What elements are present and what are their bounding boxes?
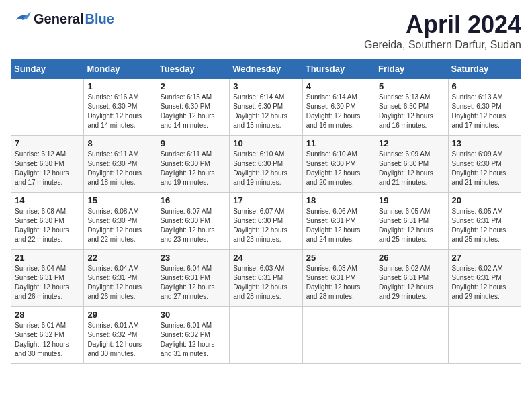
weekday-header-tuesday: Tuesday bbox=[157, 60, 229, 79]
calendar-cell: 6Sunrise: 6:13 AMSunset: 6:30 PMDaylight… bbox=[448, 79, 521, 136]
calendar-cell: 4Sunrise: 6:14 AMSunset: 6:30 PMDaylight… bbox=[302, 79, 375, 136]
calendar-cell: 2Sunrise: 6:15 AMSunset: 6:30 PMDaylight… bbox=[157, 79, 229, 136]
day-number: 24 bbox=[233, 253, 298, 263]
calendar-cell: 5Sunrise: 6:13 AMSunset: 6:30 PMDaylight… bbox=[375, 79, 448, 136]
calendar-cell: 27Sunrise: 6:02 AMSunset: 6:31 PMDayligh… bbox=[448, 250, 521, 307]
day-number: 15 bbox=[87, 195, 152, 205]
day-info: Sunrise: 6:10 AMSunset: 6:30 PMDaylight:… bbox=[233, 150, 298, 187]
day-info: Sunrise: 6:12 AMSunset: 6:30 PMDaylight:… bbox=[15, 150, 80, 187]
day-info: Sunrise: 6:04 AMSunset: 6:31 PMDaylight:… bbox=[87, 264, 152, 302]
calendar-cell: 25Sunrise: 6:03 AMSunset: 6:31 PMDayligh… bbox=[302, 250, 375, 307]
calendar-cell: 11Sunrise: 6:10 AMSunset: 6:30 PMDayligh… bbox=[302, 136, 375, 193]
week-row-3: 14Sunrise: 6:08 AMSunset: 6:30 PMDayligh… bbox=[11, 193, 521, 250]
day-number: 27 bbox=[452, 253, 517, 263]
day-info: Sunrise: 6:06 AMSunset: 6:31 PMDaylight:… bbox=[306, 207, 371, 244]
day-info: Sunrise: 6:10 AMSunset: 6:30 PMDaylight:… bbox=[306, 150, 371, 187]
day-number: 4 bbox=[306, 81, 371, 91]
day-number: 2 bbox=[161, 81, 226, 91]
weekday-header-thursday: Thursday bbox=[302, 60, 375, 79]
logo-general-text: General bbox=[34, 11, 83, 27]
weekday-header-wednesday: Wednesday bbox=[230, 60, 302, 79]
day-number: 20 bbox=[452, 195, 517, 205]
day-info: Sunrise: 6:14 AMSunset: 6:30 PMDaylight:… bbox=[233, 93, 298, 130]
day-number: 6 bbox=[452, 81, 517, 91]
day-info: Sunrise: 6:08 AMSunset: 6:30 PMDaylight:… bbox=[15, 207, 80, 244]
week-row-2: 7Sunrise: 6:12 AMSunset: 6:30 PMDaylight… bbox=[11, 136, 521, 193]
logo-bird-icon bbox=[11, 11, 32, 27]
day-info: Sunrise: 6:07 AMSunset: 6:30 PMDaylight:… bbox=[161, 207, 226, 244]
day-info: Sunrise: 6:02 AMSunset: 6:31 PMDaylight:… bbox=[452, 264, 517, 302]
day-info: Sunrise: 6:16 AMSunset: 6:30 PMDaylight:… bbox=[87, 93, 152, 130]
day-number: 23 bbox=[161, 253, 226, 263]
day-number: 18 bbox=[306, 195, 371, 205]
day-number: 26 bbox=[379, 253, 444, 263]
day-info: Sunrise: 6:02 AMSunset: 6:31 PMDaylight:… bbox=[379, 264, 444, 302]
day-info: Sunrise: 6:14 AMSunset: 6:30 PMDaylight:… bbox=[306, 93, 371, 130]
day-number: 14 bbox=[15, 195, 80, 205]
calendar-cell: 9Sunrise: 6:11 AMSunset: 6:30 PMDaylight… bbox=[157, 136, 229, 193]
title-section: April 2024 Gereida, Southern Darfur, Sud… bbox=[364, 11, 521, 51]
day-number: 22 bbox=[87, 253, 152, 263]
day-info: Sunrise: 6:11 AMSunset: 6:30 PMDaylight:… bbox=[87, 150, 152, 187]
day-info: Sunrise: 6:01 AMSunset: 6:32 PMDaylight:… bbox=[161, 321, 226, 359]
calendar-cell: 18Sunrise: 6:06 AMSunset: 6:31 PMDayligh… bbox=[302, 193, 375, 250]
day-number: 21 bbox=[15, 253, 80, 263]
location-title: Gereida, Southern Darfur, Sudan bbox=[364, 39, 521, 51]
calendar-cell: 14Sunrise: 6:08 AMSunset: 6:30 PMDayligh… bbox=[11, 193, 84, 250]
calendar-cell: 1Sunrise: 6:16 AMSunset: 6:30 PMDaylight… bbox=[84, 79, 157, 136]
day-info: Sunrise: 6:01 AMSunset: 6:32 PMDaylight:… bbox=[15, 321, 80, 359]
day-info: Sunrise: 6:04 AMSunset: 6:31 PMDaylight:… bbox=[161, 264, 226, 302]
day-number: 19 bbox=[379, 195, 444, 205]
calendar-cell: 17Sunrise: 6:07 AMSunset: 6:30 PMDayligh… bbox=[230, 193, 302, 250]
calendar-cell: 24Sunrise: 6:03 AMSunset: 6:31 PMDayligh… bbox=[230, 250, 302, 307]
day-info: Sunrise: 6:03 AMSunset: 6:31 PMDaylight:… bbox=[306, 264, 371, 302]
calendar-cell bbox=[375, 307, 448, 364]
day-info: Sunrise: 6:09 AMSunset: 6:30 PMDaylight:… bbox=[452, 150, 517, 187]
calendar-cell: 28Sunrise: 6:01 AMSunset: 6:32 PMDayligh… bbox=[11, 307, 84, 364]
calendar-cell: 29Sunrise: 6:01 AMSunset: 6:32 PMDayligh… bbox=[84, 307, 157, 364]
day-number: 12 bbox=[379, 138, 444, 148]
day-number: 25 bbox=[306, 253, 371, 263]
day-info: Sunrise: 6:04 AMSunset: 6:31 PMDaylight:… bbox=[15, 264, 80, 302]
day-info: Sunrise: 6:05 AMSunset: 6:31 PMDaylight:… bbox=[452, 207, 517, 244]
calendar-cell: 16Sunrise: 6:07 AMSunset: 6:30 PMDayligh… bbox=[157, 193, 229, 250]
day-info: Sunrise: 6:03 AMSunset: 6:31 PMDaylight:… bbox=[233, 264, 298, 302]
calendar-cell: 30Sunrise: 6:01 AMSunset: 6:32 PMDayligh… bbox=[157, 307, 229, 364]
weekday-header-sunday: Sunday bbox=[11, 60, 84, 79]
day-number: 11 bbox=[306, 138, 371, 148]
calendar-cell bbox=[230, 307, 302, 364]
calendar-cell: 21Sunrise: 6:04 AMSunset: 6:31 PMDayligh… bbox=[11, 250, 84, 307]
week-row-5: 28Sunrise: 6:01 AMSunset: 6:32 PMDayligh… bbox=[11, 307, 521, 364]
day-number: 30 bbox=[161, 310, 226, 320]
calendar-cell: 13Sunrise: 6:09 AMSunset: 6:30 PMDayligh… bbox=[448, 136, 521, 193]
calendar-cell bbox=[11, 79, 84, 136]
day-info: Sunrise: 6:09 AMSunset: 6:30 PMDaylight:… bbox=[379, 150, 444, 187]
day-info: Sunrise: 6:11 AMSunset: 6:30 PMDaylight:… bbox=[161, 150, 226, 187]
logo: GeneralBlue bbox=[11, 11, 114, 27]
day-number: 1 bbox=[87, 81, 152, 91]
week-row-1: 1Sunrise: 6:16 AMSunset: 6:30 PMDaylight… bbox=[11, 79, 521, 136]
calendar-cell bbox=[302, 307, 375, 364]
day-number: 28 bbox=[15, 310, 80, 320]
day-number: 17 bbox=[233, 195, 298, 205]
day-info: Sunrise: 6:08 AMSunset: 6:30 PMDaylight:… bbox=[87, 207, 152, 244]
day-number: 16 bbox=[161, 195, 226, 205]
calendar-cell: 23Sunrise: 6:04 AMSunset: 6:31 PMDayligh… bbox=[157, 250, 229, 307]
day-info: Sunrise: 6:15 AMSunset: 6:30 PMDaylight:… bbox=[161, 93, 226, 130]
calendar-cell: 12Sunrise: 6:09 AMSunset: 6:30 PMDayligh… bbox=[375, 136, 448, 193]
day-info: Sunrise: 6:05 AMSunset: 6:31 PMDaylight:… bbox=[379, 207, 444, 244]
logo-blue-text: Blue bbox=[85, 11, 114, 27]
day-info: Sunrise: 6:07 AMSunset: 6:30 PMDaylight:… bbox=[233, 207, 298, 244]
calendar-cell: 19Sunrise: 6:05 AMSunset: 6:31 PMDayligh… bbox=[375, 193, 448, 250]
calendar-cell: 22Sunrise: 6:04 AMSunset: 6:31 PMDayligh… bbox=[84, 250, 157, 307]
day-info: Sunrise: 6:13 AMSunset: 6:30 PMDaylight:… bbox=[379, 93, 444, 130]
day-info: Sunrise: 6:13 AMSunset: 6:30 PMDaylight:… bbox=[452, 93, 517, 130]
page-header: GeneralBlue April 2024 Gereida, Southern… bbox=[11, 11, 521, 51]
day-number: 5 bbox=[379, 81, 444, 91]
day-number: 10 bbox=[233, 138, 298, 148]
weekday-header-saturday: Saturday bbox=[448, 60, 521, 79]
month-title: April 2024 bbox=[364, 11, 521, 39]
weekday-header-friday: Friday bbox=[375, 60, 448, 79]
week-row-4: 21Sunrise: 6:04 AMSunset: 6:31 PMDayligh… bbox=[11, 250, 521, 307]
day-number: 29 bbox=[87, 310, 152, 320]
